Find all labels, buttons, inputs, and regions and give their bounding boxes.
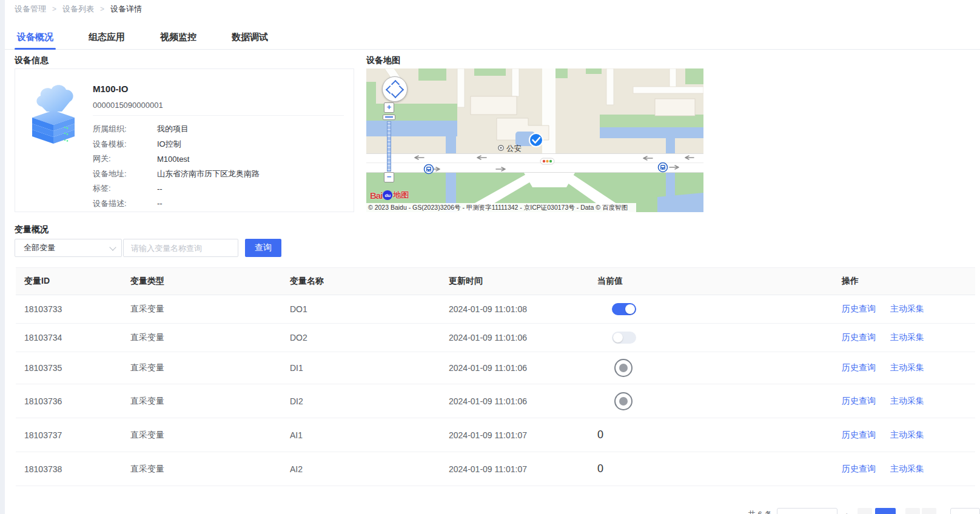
history-query-link[interactable]: 历史查询 <box>842 396 876 406</box>
manual-collect-link[interactable]: 主动采集 <box>890 396 924 406</box>
cell-type: 直采变量 <box>130 464 290 475</box>
prev-page-button[interactable] <box>858 508 872 514</box>
field-tags: 标签: -- <box>93 181 346 196</box>
tab-configuration-app[interactable]: 组态应用 <box>86 25 127 49</box>
cell-name: DO2 <box>290 333 449 342</box>
device-serial: 0000015090000001 <box>93 101 163 110</box>
tab-video-monitor[interactable]: 视频监控 <box>158 25 199 49</box>
device-info-title: 设备信息 <box>15 55 49 66</box>
baidu-map-canvas[interactable]: 公安 + − Bai du 地图 © 2023 Baidu - GS(2023)… <box>366 68 703 212</box>
field-label: 设备地址: <box>93 169 157 179</box>
device-stack-icon <box>29 84 78 149</box>
variable-search-input[interactable] <box>123 239 238 257</box>
value-switch[interactable] <box>612 303 636 315</box>
cell-value <box>597 392 842 410</box>
field-value: -- <box>157 184 163 193</box>
tab-device-overview[interactable]: 设备概况 <box>15 25 56 49</box>
history-query-link[interactable]: 历史查询 <box>842 304 876 313</box>
total-count-label: 共 6 条 <box>748 509 772 514</box>
field-organization: 所属组织: 我的项目 <box>93 122 346 137</box>
table-row: 18103736 直采变量 DI2 2024-01-09 11:01:06 历史… <box>16 384 975 418</box>
cell-value <box>597 303 842 315</box>
cell-name: DO1 <box>290 304 449 314</box>
cell-type: 直采变量 <box>130 362 290 373</box>
page-size-select[interactable] <box>777 508 837 514</box>
field-value: -- <box>157 199 163 208</box>
pager-arrow-icon[interactable]: ‹ <box>845 510 848 514</box>
col-current-value: 当前值 <box>597 276 842 287</box>
table-rows: 18103733 直采变量 DO1 2024-01-09 11:01:08 历史… <box>16 295 975 486</box>
cell-actions: 历史查询主动采集 <box>842 464 975 475</box>
map-zoom-out-button[interactable]: − <box>384 172 394 182</box>
baidu-maps-logo: Bai du 地图 <box>370 190 409 201</box>
next-page-button[interactable] <box>922 508 936 514</box>
col-variable-id: 变量ID <box>24 276 130 287</box>
cell-type: 直采变量 <box>130 304 290 315</box>
tabs-bar: 设备概况 组态应用 视频监控 数据调试 <box>5 25 980 50</box>
col-variable-name: 变量名称 <box>290 276 449 287</box>
table-row: 18103738 直采变量 AI2 2024-01-09 11:01:07 0 … <box>16 452 975 486</box>
current-page-button[interactable] <box>875 508 896 514</box>
breadcrumb-device-management[interactable]: 设备管理 <box>15 4 46 15</box>
variables-title: 变量概况 <box>15 224 49 235</box>
breadcrumb-separator: > <box>100 5 104 13</box>
field-label: 设备描述: <box>93 198 157 209</box>
breadcrumb-separator: > <box>52 5 56 13</box>
cell-type: 直采变量 <box>130 332 290 343</box>
map-pan-control[interactable] <box>382 76 408 102</box>
manual-collect-link[interactable]: 主动采集 <box>890 332 924 342</box>
device-location-marker[interactable] <box>529 133 543 147</box>
map-zoom-slider-track[interactable] <box>387 121 391 172</box>
cell-actions: 历史查询主动采集 <box>842 304 975 315</box>
history-query-link[interactable]: 历史查询 <box>842 362 876 372</box>
field-label: 标签: <box>93 183 157 194</box>
history-query-link[interactable]: 历史查询 <box>842 430 876 439</box>
page-jump-input[interactable] <box>950 508 980 514</box>
value-switch[interactable] <box>612 332 636 344</box>
cell-id: 18103737 <box>24 430 130 440</box>
map-zoom-slider-handle[interactable] <box>383 115 395 120</box>
table-header: 变量ID 变量类型 变量名称 更新时间 当前值 操作 <box>16 267 975 295</box>
poi-police-icon <box>498 145 503 150</box>
map-zoom-in-button[interactable]: + <box>384 102 394 113</box>
device-map-title: 设备地图 <box>366 55 400 66</box>
device-name: M100-IO <box>93 84 128 94</box>
field-value: 我的项目 <box>157 124 189 135</box>
field-address: 设备地址: 山东省济南市历下区龙奥南路 <box>93 167 346 182</box>
history-query-link[interactable]: 历史查询 <box>842 332 876 342</box>
tab-data-debug[interactable]: 数据调试 <box>229 25 270 49</box>
manual-collect-link[interactable]: 主动采集 <box>890 464 924 473</box>
map-tiles: 公安 <box>366 68 703 212</box>
poi-police-label: 公安 <box>506 144 522 153</box>
value-number: 0 <box>597 429 603 441</box>
variable-type-select[interactable]: 全部变量 <box>15 239 122 257</box>
cell-actions: 历史查询主动采集 <box>842 362 975 373</box>
history-query-link[interactable]: 历史查询 <box>842 464 876 473</box>
cell-id: 18103733 <box>24 304 130 314</box>
manual-collect-link[interactable]: 主动采集 <box>890 304 924 313</box>
cell-updated: 2024-01-09 11:01:07 <box>449 464 597 474</box>
cell-actions: 历史查询主动采集 <box>842 396 975 407</box>
cell-actions: 历史查询主动采集 <box>842 332 975 343</box>
field-label: 所属组织: <box>93 124 157 135</box>
col-update-time: 更新时间 <box>449 276 597 287</box>
cell-updated: 2024-01-09 11:01:06 <box>449 363 597 373</box>
logo-map-text: 地图 <box>393 190 409 201</box>
query-button[interactable]: 查询 <box>245 239 281 257</box>
page-button[interactable] <box>905 508 920 514</box>
value-indicator <box>614 359 633 377</box>
cell-actions: 历史查询主动采集 <box>842 430 975 441</box>
manual-collect-link[interactable]: 主动采集 <box>890 362 924 372</box>
breadcrumb-device-list[interactable]: 设备列表 <box>62 4 94 15</box>
col-variable-type: 变量类型 <box>130 276 290 287</box>
manual-collect-link[interactable]: 主动采集 <box>890 430 924 439</box>
breadcrumb-device-detail: 设备详情 <box>110 4 142 15</box>
collapsed-sidebar-edge <box>0 0 5 514</box>
cell-id: 18103738 <box>24 464 130 474</box>
baidu-paw-icon: du <box>383 190 392 200</box>
cell-id: 18103735 <box>24 363 130 373</box>
device-detail-page: 设备管理 > 设备列表 > 设备详情 设备概况 组态应用 视频监控 数据调试 设… <box>0 0 980 514</box>
cell-name: AI2 <box>290 464 449 474</box>
field-template: 设备模板: IO控制 <box>93 137 346 152</box>
field-label: 网关: <box>93 153 157 164</box>
